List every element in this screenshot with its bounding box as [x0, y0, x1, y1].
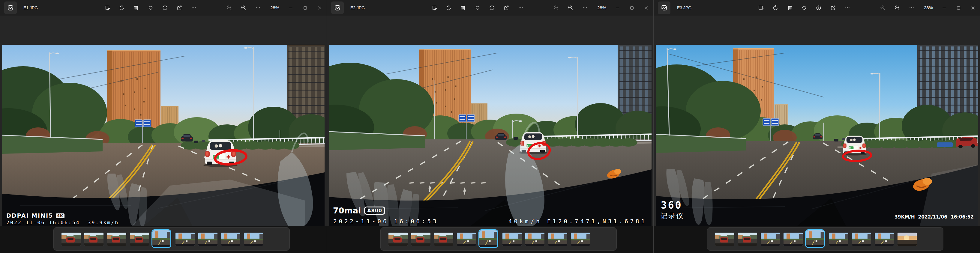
favorite-button[interactable] [143, 1, 158, 14]
filmstrip-thumbnail[interactable] [761, 232, 780, 246]
filename: E3.JPG [677, 0, 691, 16]
delete-button[interactable] [456, 1, 470, 14]
file-info-button[interactable] [811, 1, 826, 14]
4k-badge: 4K [56, 213, 64, 218]
filmstrip-thumbnail[interactable] [244, 232, 263, 246]
zoom-options-button[interactable] [251, 1, 265, 14]
rotate-button[interactable] [115, 1, 129, 14]
filmstrip-thumbnail[interactable] [434, 232, 453, 246]
filmstrip-thumbnail[interactable] [411, 232, 430, 246]
filmstrip [707, 227, 943, 251]
filmstrip-thumbnail[interactable] [738, 232, 757, 246]
zoom-level: 28% [264, 0, 286, 16]
filmstrip-thumbnail[interactable] [875, 232, 894, 246]
zoom-out-button[interactable] [876, 1, 890, 14]
photo-canvas[interactable]: 360记录仪39KM/H 2022/11/06 16:06:52 [656, 45, 978, 226]
share-button[interactable] [172, 1, 186, 14]
dashcam-timestamp: 39KM/H 2022/11/06 16:06:52 [894, 214, 974, 220]
filmstrip-area [327, 226, 653, 253]
filmstrip-thumbnail[interactable] [84, 232, 103, 246]
maximize-button[interactable] [625, 0, 639, 16]
dashcam-speed-gps: 40km/h E120.7471,N31.6781 [508, 218, 647, 224]
filename: E1.JPG [24, 0, 38, 16]
maximize-button[interactable] [298, 0, 312, 16]
zoom-options-button[interactable] [578, 1, 592, 14]
zoom-toolbar [222, 1, 265, 14]
photos-app-icon[interactable] [4, 2, 17, 14]
more-options-button[interactable] [840, 1, 854, 14]
filmstrip-thumbnail[interactable] [503, 232, 522, 246]
dashcam-brand-logo: 360 [661, 200, 682, 210]
dashcam-brand-logo-sub: 记录仪 [660, 211, 684, 221]
titlebar: E1.JPG 28% [0, 0, 327, 16]
filmstrip-thumbnail[interactable] [525, 232, 544, 246]
dashcam-photo-illustration [329, 45, 652, 226]
edit-image-button[interactable] [427, 1, 442, 14]
favorite-button[interactable] [797, 1, 811, 14]
zoom-in-button[interactable] [236, 1, 251, 14]
zoom-level: 28% [591, 0, 612, 16]
maximize-button[interactable] [951, 0, 966, 16]
edit-image-button[interactable] [100, 1, 115, 14]
rotate-button[interactable] [768, 1, 783, 14]
minimize-button[interactable] [937, 0, 951, 16]
filmstrip-thumbnail[interactable] [388, 232, 408, 246]
model-badge: A800 [364, 207, 385, 215]
photos-app-icon[interactable] [331, 2, 344, 14]
filmstrip-thumbnail[interactable] [107, 232, 126, 246]
filmstrip-thumbnail-selected[interactable] [805, 229, 825, 248]
dashcam-photo-illustration [2, 45, 325, 226]
file-info-button[interactable] [485, 1, 499, 14]
window-controls [283, 0, 327, 16]
dashcam-photo-illustration [656, 45, 978, 226]
filmstrip [380, 227, 617, 251]
zoom-options-button[interactable] [904, 1, 919, 14]
filmstrip-thumbnail[interactable] [897, 232, 917, 246]
filmstrip-thumbnail[interactable] [457, 232, 476, 246]
filmstrip-thumbnail[interactable] [715, 232, 734, 246]
filmstrip [53, 227, 290, 251]
photo-canvas[interactable]: 70maiA8002022-11-06 16:06:5340km/h E120.… [329, 45, 652, 226]
edit-image-button[interactable] [754, 1, 768, 14]
titlebar: E2.JPG 28% [327, 0, 653, 16]
filmstrip-thumbnail[interactable] [548, 232, 567, 246]
close-button[interactable] [312, 0, 327, 16]
more-options-button[interactable] [186, 1, 201, 14]
dashcam-timestamp: 2022-11-06 16:06:54 39.9km/h [6, 220, 119, 226]
filmstrip-thumbnail[interactable] [221, 232, 240, 246]
filmstrip-thumbnail[interactable] [852, 232, 871, 246]
zoom-in-button[interactable] [563, 1, 578, 14]
minimize-button[interactable] [610, 0, 625, 16]
share-button[interactable] [499, 1, 514, 14]
share-button[interactable] [826, 1, 840, 14]
delete-button[interactable] [783, 1, 797, 14]
zoom-toolbar [876, 1, 919, 14]
close-button[interactable] [639, 0, 653, 16]
zoom-level: 28% [918, 0, 939, 16]
rotate-button[interactable] [442, 1, 456, 14]
filmstrip-thumbnail[interactable] [175, 232, 195, 246]
toolbar [427, 1, 528, 14]
filmstrip-thumbnail-selected[interactable] [151, 229, 171, 248]
filmstrip-thumbnail[interactable] [62, 232, 81, 246]
close-button[interactable] [966, 0, 980, 16]
favorite-button[interactable] [470, 1, 485, 14]
filmstrip-thumbnail[interactable] [198, 232, 218, 246]
filmstrip-area [654, 226, 980, 253]
zoom-out-button[interactable] [222, 1, 236, 14]
zoom-in-button[interactable] [890, 1, 904, 14]
dashcam-brand-logo: 70maiA800 [333, 206, 385, 215]
photos-app-icon[interactable] [658, 2, 670, 14]
filmstrip-thumbnail[interactable] [571, 232, 590, 246]
filmstrip-thumbnail[interactable] [829, 232, 848, 246]
filmstrip-thumbnail-selected[interactable] [479, 229, 498, 248]
more-options-button[interactable] [514, 1, 528, 14]
delete-button[interactable] [129, 1, 143, 14]
photo-canvas[interactable]: DDPAI MINI54K2022-11-06 16:06:54 39.9km/… [2, 45, 325, 226]
minimize-button[interactable] [283, 0, 298, 16]
photos-window: E3.JPG 28% 360记录仪39KM/H 2022/11/06 16:06… [653, 0, 980, 253]
filmstrip-thumbnail[interactable] [784, 232, 803, 246]
file-info-button[interactable] [158, 1, 172, 14]
filmstrip-thumbnail[interactable] [130, 232, 149, 246]
zoom-out-button[interactable] [549, 1, 563, 14]
